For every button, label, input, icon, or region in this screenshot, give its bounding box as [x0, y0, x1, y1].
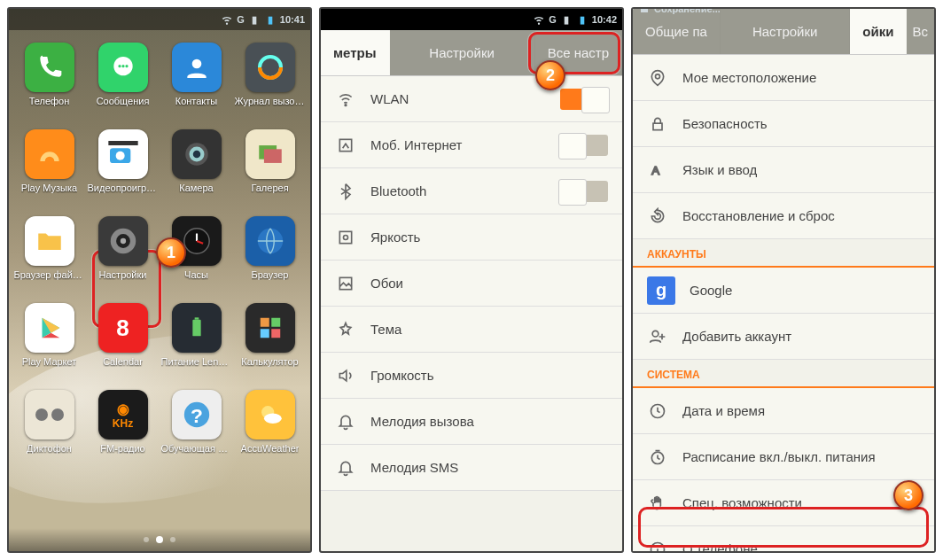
svg-point-2	[121, 65, 124, 67]
svg-point-3	[125, 65, 128, 67]
setting-datetime[interactable]: Дата и время	[633, 388, 934, 434]
app-label: Диктофон	[27, 443, 72, 454]
app-messages[interactable]: Сообщения	[86, 37, 160, 124]
setting-wlan[interactable]: WLAN	[321, 76, 622, 122]
calculator-icon	[245, 303, 295, 353]
clock: 10:42	[592, 14, 617, 25]
setting-language[interactable]: AЯзык и ввод	[633, 147, 934, 193]
saving-label: Сохранение...	[654, 7, 721, 14]
page-dot[interactable]	[170, 537, 175, 542]
page-dot-active[interactable]	[156, 536, 163, 543]
app-file-browser[interactable]: Браузер файлов	[12, 211, 86, 298]
app-label: Настройки	[99, 269, 147, 280]
setting-theme[interactable]: Тема	[321, 307, 622, 353]
music-icon	[25, 129, 74, 179]
app-video[interactable]: Видеопроигрыватель	[86, 124, 160, 211]
toggle-mobile[interactable]	[560, 135, 608, 156]
app-calculator[interactable]: Калькулятор	[233, 298, 307, 385]
tab-params[interactable]: метры	[321, 30, 390, 75]
section-system: СИСТЕМА	[633, 360, 934, 388]
radio-icon: ◉KHz	[98, 390, 148, 439]
tab-settings[interactable]: Настройки	[390, 30, 535, 75]
app-label: Видеопроигрыватель	[88, 183, 159, 193]
wifi-icon	[221, 13, 233, 26]
app-label: Контакты	[175, 96, 218, 106]
app-phone[interactable]: Телефон	[12, 37, 86, 124]
toggle-bluetooth[interactable]	[560, 181, 608, 202]
tab-all[interactable]: ойки	[850, 9, 907, 54]
settings-tabs: Общие па Настройки ойки Вс	[633, 9, 934, 55]
svg-point-1	[118, 65, 121, 67]
volume-icon	[335, 365, 356, 386]
app-fm-radio[interactable]: ◉KHzFM-радио	[86, 385, 160, 471]
setting-label: Обои	[370, 276, 608, 291]
setting-sms-tone[interactable]: Мелодия SMS	[321, 445, 622, 491]
app-call-log[interactable]: Журнал вызовов	[233, 37, 307, 124]
wifi-icon	[533, 13, 545, 26]
setting-volume[interactable]: Громкость	[321, 353, 622, 399]
setting-bluetooth[interactable]: Bluetooth	[321, 168, 622, 214]
signal-icon: ▮	[560, 13, 573, 26]
tab-settings[interactable]: Настройки	[721, 9, 850, 54]
svg-rect-36	[339, 231, 351, 243]
setting-label: Моб. Интернет	[370, 137, 546, 152]
app-power[interactable]: Питание Lenovo	[160, 298, 233, 385]
svg-rect-23	[194, 317, 199, 319]
bluetooth-icon	[335, 181, 356, 202]
app-camera[interactable]: Камера	[160, 124, 233, 211]
setting-about-phone[interactable]: О телефоне	[633, 526, 934, 553]
clock-icon	[647, 401, 668, 422]
statusbar: G ▮ ▮ 10:41	[9, 9, 310, 30]
app-gallery[interactable]: Галерея	[233, 124, 307, 211]
setting-wallpaper[interactable]: Обои	[321, 261, 622, 307]
folder-icon	[25, 216, 74, 266]
setting-label: Безопасность	[682, 116, 920, 131]
section-accounts: АККАУНТЫ	[633, 239, 934, 268]
wallpaper-icon	[335, 273, 356, 294]
phone-settings-quick: G ▮ ▮ 10:42 метры Настройки Все настр WL…	[319, 7, 624, 553]
svg-text:?: ?	[191, 404, 203, 427]
setting-accessibility[interactable]: Спец. возможности	[633, 480, 934, 526]
setting-location[interactable]: Мое местоположение	[633, 55, 934, 101]
app-help[interactable]: ?Обучающая программа	[160, 385, 233, 471]
page-indicator	[9, 528, 310, 551]
app-clock[interactable]: Часы	[160, 211, 233, 298]
svg-rect-26	[260, 329, 269, 338]
app-label: Часы	[184, 269, 208, 280]
app-label: Калькулятор	[241, 356, 298, 367]
setting-reset[interactable]: Восстановление и сброс	[633, 193, 934, 239]
app-label: FM-радио	[100, 443, 144, 454]
page-dot[interactable]	[144, 537, 149, 542]
tab-general[interactable]: Общие па	[633, 9, 721, 54]
data-icon	[335, 135, 356, 156]
bell-icon	[335, 457, 356, 478]
app-recorder[interactable]: Диктофон	[12, 385, 86, 471]
svg-rect-14	[263, 149, 281, 163]
setting-add-account[interactable]: Добавить аккаунт	[633, 314, 934, 360]
setting-brightness[interactable]: Яркость	[321, 214, 622, 261]
video-icon	[98, 129, 148, 179]
setting-google[interactable]: gGoogle	[633, 268, 934, 314]
setting-security[interactable]: Безопасность	[633, 101, 934, 147]
phone-home: G ▮ ▮ 10:41 Телефон Сообщения Контакты Ж…	[7, 7, 312, 553]
app-weather[interactable]: AccuWeather	[233, 385, 307, 471]
app-settings[interactable]: Настройки	[86, 211, 160, 298]
app-contacts[interactable]: Контакты	[160, 37, 233, 124]
battery-icon	[172, 303, 222, 353]
app-calendar[interactable]: 8Calendar	[86, 298, 160, 385]
tab-all-settings[interactable]: Все настр	[535, 30, 622, 75]
svg-point-46	[651, 542, 665, 553]
setting-ringtone[interactable]: Мелодия вызова	[321, 399, 622, 445]
svg-rect-7	[108, 141, 137, 145]
svg-point-40	[656, 74, 660, 78]
app-play-music[interactable]: Play Музыка	[12, 124, 86, 211]
svg-point-37	[344, 235, 348, 239]
toggle-wlan[interactable]	[560, 89, 608, 110]
app-play-store[interactable]: Play Маркет	[12, 298, 86, 385]
setting-label: Мое местоположение	[682, 70, 920, 85]
brightness-icon	[335, 227, 356, 248]
setting-schedule[interactable]: Расписание вкл./выкл. питания	[633, 434, 934, 480]
setting-mobile-internet[interactable]: Моб. Интернет	[321, 122, 622, 168]
tab-more[interactable]: Вс	[907, 9, 934, 54]
app-browser[interactable]: Браузер	[233, 211, 307, 298]
